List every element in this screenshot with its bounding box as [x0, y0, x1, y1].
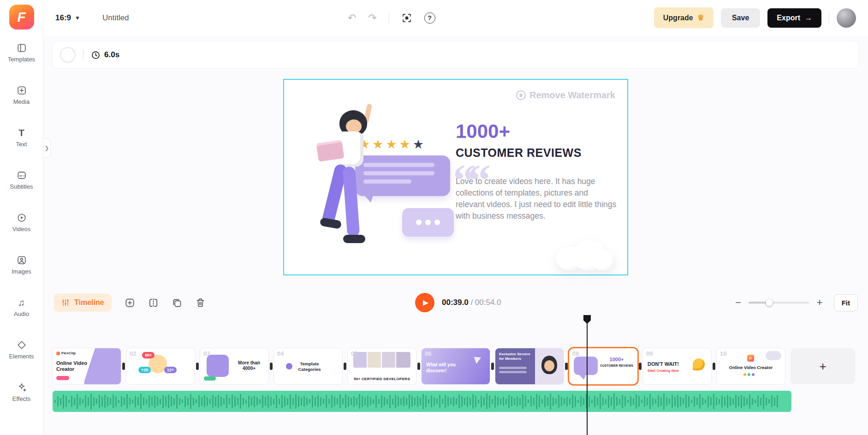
sidebar-item-audio[interactable]: ♫ Audio [0, 286, 43, 328]
timeline-icon [61, 298, 70, 307]
typing-bubble [402, 208, 454, 237]
upgrade-button[interactable]: Upgrade ♛ [654, 7, 713, 28]
divider [829, 13, 829, 23]
sidebar-item-text[interactable]: T Text [0, 116, 43, 159]
scene-thumbnail-1[interactable]: FlexClip Online Video Creator [53, 348, 121, 384]
media-icon [17, 85, 27, 95]
thumb-title: Exclusive Service for Members [499, 352, 534, 362]
zoom-slider[interactable] [749, 302, 809, 304]
sidebar-item-label: Images [12, 268, 31, 275]
help-icon[interactable]: ? [424, 12, 435, 24]
trash-icon [195, 298, 206, 308]
play-button[interactable]: ▶ [415, 293, 434, 312]
duplicate-icon [172, 298, 182, 308]
images-icon [17, 255, 27, 265]
scene-thumbnail-6[interactable]: 06 What will you discover! [422, 348, 490, 384]
flexclip-logo[interactable]: F [9, 5, 34, 30]
trim-handle[interactable] [639, 363, 642, 370]
videos-icon [17, 213, 27, 223]
duplicate-button[interactable] [172, 298, 182, 308]
remove-watermark-button[interactable]: ♛ Remove Watermark [516, 90, 615, 101]
app-root: F Templates Media T Text Subtitles Video… [0, 0, 868, 435]
audio-waveform[interactable] [53, 391, 791, 412]
avatar[interactable] [837, 8, 856, 28]
scene-thumbnail-8-selected[interactable]: 08 1000+ CUSTOMER REVIEWS [569, 348, 637, 384]
aspect-ratio-select[interactable]: 16:9 ▼ [55, 13, 80, 23]
scene-thumbnail-3[interactable]: 03 More than 4000+ [200, 348, 268, 384]
header-actions: Upgrade ♛ Save Export → [654, 7, 856, 28]
effects-icon [17, 382, 27, 393]
slide-headline[interactable]: 1000+ [456, 120, 510, 143]
scene-thumbnail-10[interactable]: 10 F Online Video Creator [717, 348, 785, 384]
thumb-badge: 12+ [164, 367, 177, 373]
panel-collapse-handle[interactable]: ❯ [43, 138, 51, 158]
trim-handle[interactable] [122, 363, 125, 370]
timeline-toggle-button[interactable]: Timeline [54, 293, 112, 312]
thumb-title: DON'T WAIT! [648, 361, 679, 367]
fit-button[interactable]: Fit [834, 294, 858, 311]
sidebar-item-elements[interactable]: Elements [0, 328, 43, 371]
scene-duration-value: 6.0s [104, 50, 119, 60]
sidebar-item-images[interactable]: Images [0, 244, 43, 286]
laptop [316, 140, 344, 161]
add-scene-button[interactable] [125, 298, 135, 308]
scene-duration-chip[interactable]: 6.0s [91, 50, 119, 60]
cloud-illustration [556, 240, 615, 271]
export-button[interactable]: Export → [767, 8, 821, 28]
video-preview-slide[interactable]: ♛ Remove Watermark ★★★★★ [283, 79, 628, 275]
scene-thumbnail-9[interactable]: 09 DON'T WAIT! Start Creating Now [643, 348, 711, 384]
thumb-logo-text: FlexClip [56, 351, 76, 355]
undo-icon[interactable]: ↶ [348, 13, 356, 23]
sidebar-item-subtitles[interactable]: Subtitles [0, 159, 43, 201]
slide-quote-text[interactable]: Love to create videos here. It has huge … [456, 176, 618, 221]
time-display: 00:39.0 / 00:54.0 [442, 298, 501, 307]
slide-subheadline[interactable]: CUSTOMER REVIEWS [456, 146, 582, 160]
trim-handle[interactable] [713, 363, 715, 370]
trim-handle[interactable] [565, 363, 568, 370]
divider [389, 13, 389, 23]
sidebar: F Templates Media T Text Subtitles Video… [0, 0, 43, 435]
thumb-logo: F [747, 355, 754, 362]
scene-number: 03 [203, 350, 210, 357]
scene-number: 04 [277, 350, 284, 357]
trim-handle[interactable] [491, 363, 494, 370]
trim-handle[interactable] [270, 363, 273, 370]
thumb-dots [743, 373, 755, 376]
screen-capture-icon[interactable] [401, 12, 412, 24]
delete-button[interactable] [195, 298, 206, 308]
thumb-portrait [541, 356, 557, 374]
sidebar-item-videos[interactable]: Videos [0, 201, 43, 244]
project-title[interactable]: Untitled [102, 13, 129, 23]
thumb-title: Online Video Creator [56, 360, 90, 372]
scene-transition-dot[interactable] [60, 47, 76, 63]
canvas-area: ♛ Remove Watermark ★★★★★ [43, 68, 868, 290]
illustration-woman-with-laptop[interactable]: ★★★★★ [311, 102, 454, 263]
scene-thumbnail-5[interactable]: 05 50+ CERTIFIED DEVELOPERS [348, 348, 416, 384]
scene-thumbnail-2[interactable]: 02 90+ +20 12+ [126, 348, 195, 384]
sidebar-item-label: Elements [9, 353, 34, 360]
add-scene-tile[interactable]: + [791, 348, 855, 384]
save-button[interactable]: Save [721, 8, 760, 28]
redo-icon[interactable]: ↷ [368, 13, 376, 23]
trim-handle[interactable] [196, 363, 199, 370]
zoom-slider-knob[interactable] [766, 299, 773, 306]
trim-handle[interactable] [344, 363, 346, 370]
playhead[interactable] [587, 315, 588, 435]
zoom-in-button[interactable]: + [817, 298, 823, 308]
top-header: 16:9 ▼ Untitled ↶ ↷ ? Upgrade ♛ Save Exp… [43, 0, 868, 36]
thumb-badge [56, 376, 69, 380]
zoom-out-button[interactable]: − [735, 298, 741, 308]
timeline-toolbar: Timeline ▶ 00:39.0 / 00:54.0 − [43, 290, 868, 315]
split-button[interactable] [148, 298, 159, 308]
thumb-title: Online Video Creator [717, 365, 785, 370]
arrow-right-icon: → [805, 14, 812, 22]
add-icon [125, 298, 135, 308]
sidebar-item-templates[interactable]: Templates [0, 31, 43, 74]
sidebar-item-label: Effects [12, 395, 31, 402]
scene-thumbnail-4[interactable]: 04 Template Categories [274, 348, 342, 384]
sidebar-item-media[interactable]: Media [0, 74, 43, 116]
sidebar-item-label: Media [13, 98, 30, 105]
sidebar-item-effects[interactable]: Effects [0, 371, 43, 413]
scene-thumbnail-7[interactable]: Exclusive Service for Members [495, 348, 564, 384]
trim-handle[interactable] [417, 363, 420, 370]
